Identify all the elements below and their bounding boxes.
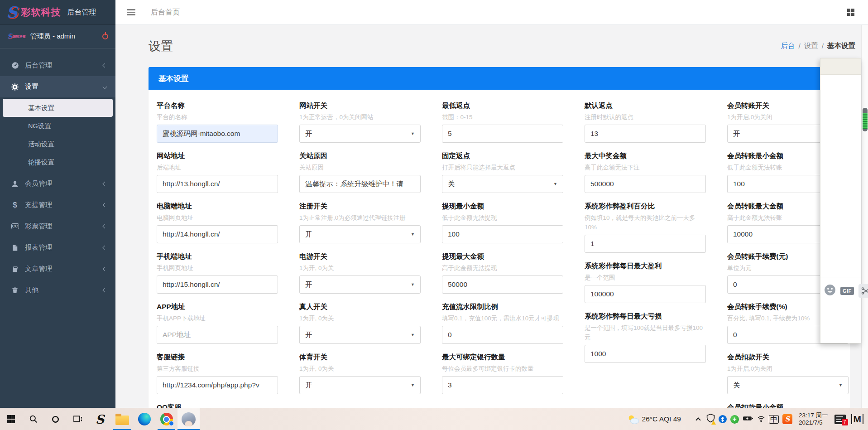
register-switch-select[interactable]: 开▼ [299, 225, 421, 243]
close-reason-input[interactable] [299, 175, 421, 193]
cortana-icon [51, 415, 60, 424]
book-icon [10, 266, 20, 273]
field-label: 客服链接 [157, 353, 278, 362]
field-hint: 是一个范围 [585, 273, 706, 282]
sidebar-item-deposits[interactable]: $充提管理 [0, 194, 115, 216]
breadcrumb-home-link[interactable]: 后台 [781, 41, 795, 51]
sidebar-item-admin-home[interactable]: 后台管理 [0, 55, 115, 76]
page-header: 设置 后台 / 设置 / 基本设置 [115, 25, 868, 67]
sidebar-item-members[interactable]: 会员管理 [0, 173, 115, 194]
admin-row: S 彩软科技 管理员 - admin [0, 25, 115, 48]
sidebar-subitem-ng-settings[interactable]: NG设置 [3, 117, 113, 135]
gif-button[interactable]: GIF [840, 287, 854, 295]
taskbar-search-button[interactable] [22, 408, 44, 430]
min-rebate-input[interactable] [442, 125, 563, 143]
brand-logo-icon: S [6, 5, 18, 20]
start-button[interactable] [0, 408, 22, 430]
weather-widget[interactable]: 26°C AQI 49 [627, 414, 681, 425]
field-max-win-amount: 最大中奖金额高于此金额无法下注 [585, 151, 706, 193]
max-win-amount-input[interactable] [585, 175, 706, 193]
field-platform-name: 平台名称平台的名称 [157, 101, 278, 143]
mobile-url-input[interactable] [157, 275, 278, 294]
clock[interactable]: 23:17 周一 2021/7/5 [799, 412, 828, 426]
chevron-left-icon [103, 246, 107, 250]
breadcrumb-settings[interactable]: 设置 [804, 41, 818, 51]
file-explorer-button[interactable] [111, 408, 133, 430]
cairuan-app-button[interactable]: S [89, 408, 111, 430]
sidebar-item-label: 充提管理 [25, 201, 103, 209]
pc-url-input[interactable] [157, 225, 278, 243]
m-app-icon[interactable]: M [851, 414, 864, 424]
default-rebate-input[interactable] [585, 125, 706, 143]
live-switch-select[interactable]: 开▼ [299, 326, 421, 344]
edge-button[interactable] [133, 408, 155, 430]
ime-mode-indicator[interactable]: 中 [769, 415, 779, 424]
cheat-daily-max-profit-input[interactable] [585, 285, 706, 303]
sidebar-subitem-basic-settings[interactable]: 基本设置 [3, 99, 113, 117]
topbar: 后台首页 [115, 0, 868, 25]
chrome-button[interactable] [155, 408, 177, 430]
deposit-flow-ratio-input[interactable] [442, 326, 563, 344]
sidebar-item-label: 报表管理 [25, 243, 103, 252]
caret-down-icon: ▼ [411, 333, 415, 337]
cortana-button[interactable] [44, 408, 67, 430]
field-hint: 1为正常运营，0为关闭网站 [299, 112, 421, 122]
wifi-icon[interactable] [757, 415, 765, 424]
admin-label: 管理员 - admin [30, 32, 75, 41]
trash-icon [10, 287, 20, 294]
sidebar-item-articles[interactable]: 文章管理 [0, 258, 115, 280]
emoji-smiley-icon[interactable] [824, 284, 836, 298]
cheat-daily-max-loss-input[interactable] [585, 345, 706, 363]
sogou-input-icon[interactable]: S [782, 414, 792, 424]
fixed-rebate-select[interactable]: 关▼ [442, 175, 563, 193]
egame-switch-select[interactable]: 开▼ [299, 275, 421, 294]
show-hidden-icons-chevron[interactable] [695, 417, 700, 422]
topbar-home-link[interactable]: 后台首页 [151, 8, 180, 17]
field-label: 最大中奖金额 [585, 151, 706, 160]
field-hint: 手机网页地址 [157, 263, 278, 273]
active-app-button[interactable] [177, 408, 200, 430]
main-area: 后台首页 设置 后台 / 设置 / 基本设置 基本设置 平台名称平台的名称网站地… [115, 0, 868, 408]
withdraw-min-input[interactable] [442, 225, 563, 243]
sports-switch-select[interactable]: 开▼ [299, 376, 421, 394]
battery-icon[interactable] [743, 415, 753, 423]
sidebar-subitem-carousel-settings[interactable]: 轮播设置 [3, 153, 113, 171]
bluetooth-icon[interactable] [719, 415, 727, 423]
logout-power-icon[interactable] [102, 34, 108, 39]
sidebar-item-other[interactable]: 其他 [0, 280, 115, 301]
menu-toggle-icon[interactable] [127, 9, 135, 15]
field-label: 注册开关 [299, 202, 421, 211]
app-url-input[interactable] [157, 326, 278, 344]
field-deduct-min: 会员扣款最小金额 [727, 403, 849, 408]
site-switch-select[interactable]: 开▼ [299, 125, 421, 143]
antivirus-icon[interactable]: + [730, 415, 739, 424]
breadcrumb-separator: / [822, 42, 824, 50]
field-label: 默认返点 [585, 101, 706, 110]
notification-center-icon[interactable]: 7 [834, 415, 846, 424]
select-value: 开 [305, 280, 312, 290]
apps-grid-icon[interactable] [847, 9, 855, 16]
select-value: 关 [733, 381, 740, 390]
sidebar-item-settings[interactable]: 设置 [0, 76, 115, 97]
security-shield-icon[interactable] [706, 414, 715, 425]
cheat-profit-percent-input[interactable] [585, 235, 706, 253]
scrollbar-thumb[interactable] [863, 108, 868, 131]
platform-name-input[interactable] [157, 125, 278, 143]
form-column: 平台名称平台的名称网站地址后端地址电脑端地址电脑网页地址手机端地址手机网页地址A… [157, 101, 278, 408]
field-sports-switch: 体育开关1为开, 0为关开▼ [299, 353, 421, 394]
chevron-left-icon [103, 288, 107, 293]
service-link-input[interactable] [157, 376, 278, 394]
scissors-icon[interactable] [858, 284, 868, 298]
sidebar-item-lottery[interactable]: CC彩票管理 [0, 216, 115, 237]
page-scrollbar[interactable] [861, 25, 868, 408]
max-bank-cards-input[interactable] [442, 376, 563, 394]
field-hint: 关站原因 [299, 163, 421, 172]
deduct-switch-select[interactable]: 关▼ [727, 376, 849, 394]
site-url-input[interactable] [157, 175, 278, 193]
divider [820, 277, 861, 277]
select-value: 开 [305, 230, 312, 239]
sidebar-subitem-activity-settings[interactable]: 活动设置 [3, 135, 113, 153]
withdraw-max-input[interactable] [442, 275, 563, 294]
sidebar-item-reports[interactable]: 报表管理 [0, 237, 115, 258]
task-view-button[interactable] [67, 408, 89, 430]
